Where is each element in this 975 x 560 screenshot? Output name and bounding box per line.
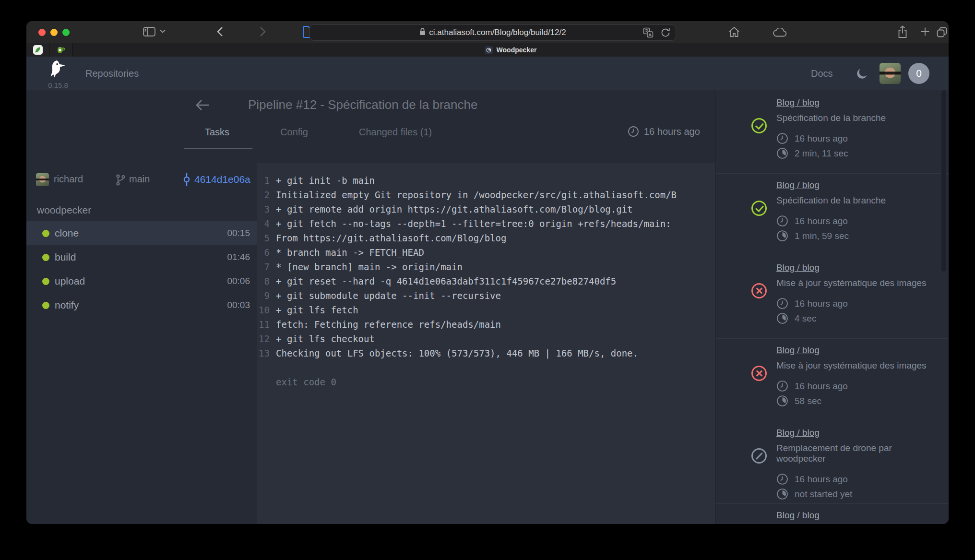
log-line-number: 11 xyxy=(257,317,270,332)
address-bar[interactable]: ci.athaliasoft.com/Blog/blog/build/12/2 xyxy=(309,24,676,41)
log-line: 3 + git remote add origin https://git.at… xyxy=(257,202,715,216)
log-console[interactable]: 1 + git init -b main 2 Initialized empty… xyxy=(257,163,715,524)
log-line: 5 From https://git.athaliasoft.com/Blog/… xyxy=(257,231,715,245)
log-line: 12 + git lfs checkout xyxy=(257,332,715,346)
pipeline-tab[interactable]: Tasks xyxy=(205,127,229,149)
pipeline-entry[interactable]: Blog / blog Mise à jour systématique des… xyxy=(715,339,949,421)
branch-name: main xyxy=(129,174,150,185)
clock-icon xyxy=(776,473,788,485)
icloud-tabs-icon[interactable] xyxy=(773,28,787,37)
commit-icon xyxy=(183,172,190,189)
screen: ci.athaliasoft.com/Blog/blog/build/12/2 xyxy=(0,0,975,560)
commit-message: Remplacement de drone par woodpecker xyxy=(776,443,939,464)
translate-icon[interactable] xyxy=(643,27,654,40)
duration-icon xyxy=(776,147,788,159)
log-line-text: + git submodule update --init --recursiv… xyxy=(276,288,501,303)
dark-mode-toggle-icon[interactable] xyxy=(856,67,868,82)
step-row[interactable]: build 01:46 xyxy=(26,245,257,269)
browser-window: ci.athaliasoft.com/Blog/blog/build/12/2 xyxy=(26,21,949,524)
log-line: 1 + git init -b main xyxy=(257,173,715,188)
pipeline-title: Pipeline #12 - Spécification de la branc… xyxy=(248,97,477,112)
pipeline-entry[interactable]: Blog / blog Spécification de la branche … xyxy=(715,174,949,256)
pinned-tab-leaf[interactable] xyxy=(26,43,49,57)
scrollbar-thumb[interactable] xyxy=(941,90,946,272)
commit-hash-link[interactable]: 4614d1e06a xyxy=(194,174,250,185)
user-avatar[interactable] xyxy=(880,63,901,84)
log-line: 4 + git fetch --no-tags --depth=1 --filt… xyxy=(257,216,715,231)
exit-code: exit code 0 xyxy=(276,375,715,389)
duration-icon xyxy=(776,395,788,407)
sidebar-toggle-icon[interactable] xyxy=(143,26,155,37)
nav-repositories[interactable]: Repositories xyxy=(85,57,139,90)
woodpecker-logo[interactable]: 0.15.8 xyxy=(45,60,71,89)
step-status-dot xyxy=(42,254,49,261)
back-icon[interactable] xyxy=(216,26,223,37)
step-row[interactable]: upload 00:06 xyxy=(26,269,257,293)
url-text: ci.athaliasoft.com/Blog/blog/build/12/2 xyxy=(429,28,566,37)
pipeline-status-icon xyxy=(751,366,767,381)
pipeline-main: Pipeline #12 - Spécification de la branc… xyxy=(26,90,715,524)
step-name: clone xyxy=(55,227,79,239)
log-line-number: 6 xyxy=(257,245,270,260)
step-duration: 00:15 xyxy=(227,228,250,238)
pinned-tab-gitea[interactable] xyxy=(49,43,72,57)
slash-glyph xyxy=(756,453,762,459)
log-line-text: + git init -b main xyxy=(276,173,375,188)
pipeline-duration-row: 4 sec xyxy=(776,311,939,326)
step-name: build xyxy=(55,251,76,263)
step-row[interactable]: notify 00:03 xyxy=(26,293,257,317)
pipeline-entry[interactable]: Blog / blog Remplacement de drone par wo… xyxy=(715,421,949,504)
step-status-dot xyxy=(42,230,49,237)
duration-icon xyxy=(776,230,788,242)
pipeline-tabs: TasksConfigChanged files (1) xyxy=(205,127,432,149)
repo-link[interactable]: Blog / blog xyxy=(776,428,820,438)
log-line-number: 10 xyxy=(257,303,270,317)
home-icon[interactable] xyxy=(728,26,740,37)
chevron-down-icon[interactable] xyxy=(160,29,166,33)
repo-link[interactable]: Blog / blog xyxy=(776,345,820,356)
check-glyph xyxy=(755,121,764,130)
pipeline-entry[interactable]: Blog / blog Remplacement de drone par wo… xyxy=(715,504,949,524)
active-tab[interactable]: Woodpecker xyxy=(72,43,949,57)
back-arrow-icon[interactable] xyxy=(194,98,211,114)
x-glyph xyxy=(756,287,762,294)
check-glyph xyxy=(755,203,764,213)
log-line: 13 Checking out LFS objects: 100% (573/5… xyxy=(257,346,715,360)
build-info-pane: richard main 4614d1e06a woodpecker xyxy=(26,163,257,524)
pipeline-entry[interactable]: Blog / blog Spécification de la branche … xyxy=(715,91,949,174)
pipeline-list: Blog / blog Spécification de la branche … xyxy=(715,91,949,524)
log-line: 2 Initialized empty Git repository in /w… xyxy=(257,188,715,202)
forward-icon[interactable] xyxy=(260,26,266,37)
pipeline-entry[interactable]: Blog / blog Mise à jour systématique des… xyxy=(715,256,949,339)
zoom-window-button[interactable] xyxy=(62,29,70,36)
commit-message: Spécification de la branche xyxy=(776,195,939,206)
step-list: clone 00:15 build 01:46 upload 00:06 xyxy=(26,221,257,317)
minimize-window-button[interactable] xyxy=(50,29,58,36)
clock-icon xyxy=(776,215,788,227)
log-line-number: 7 xyxy=(257,260,270,274)
step-row[interactable]: clone 00:15 xyxy=(26,221,257,245)
nav-docs[interactable]: Docs xyxy=(811,57,833,90)
log-line-text: Initialized empty Git repository in /woo… xyxy=(276,188,677,202)
new-tab-icon[interactable] xyxy=(920,26,930,37)
repo-link[interactable]: Blog / blog xyxy=(776,262,820,273)
reload-icon[interactable] xyxy=(660,27,671,40)
repo-link[interactable]: Blog / blog xyxy=(776,180,820,191)
share-icon[interactable] xyxy=(897,25,908,38)
active-tab-title: Woodpecker xyxy=(497,46,537,54)
repo-link[interactable]: Blog / blog xyxy=(776,97,820,108)
pipeline-time: 16 hours ago xyxy=(628,126,700,137)
log-line-text: + git remote add origin https://git.atha… xyxy=(276,202,633,216)
pipeline-tab[interactable]: Config xyxy=(280,127,308,149)
close-window-button[interactable] xyxy=(38,29,46,36)
pipeline-status-icon xyxy=(751,448,767,464)
notification-badge[interactable]: 0 xyxy=(908,63,929,84)
log-line: 11 fetch: Fetching reference refs/heads/… xyxy=(257,317,715,332)
log-line-text: * [new branch] main -> origin/main xyxy=(276,260,463,274)
pipeline-time-row: 16 hours ago xyxy=(776,379,939,393)
tab-overview-icon[interactable] xyxy=(936,26,948,38)
step-duration: 01:46 xyxy=(227,252,250,262)
pipeline-status-icon xyxy=(751,283,767,298)
repo-link[interactable]: Blog / blog xyxy=(776,510,820,521)
pipeline-tab[interactable]: Changed files (1) xyxy=(359,127,432,149)
